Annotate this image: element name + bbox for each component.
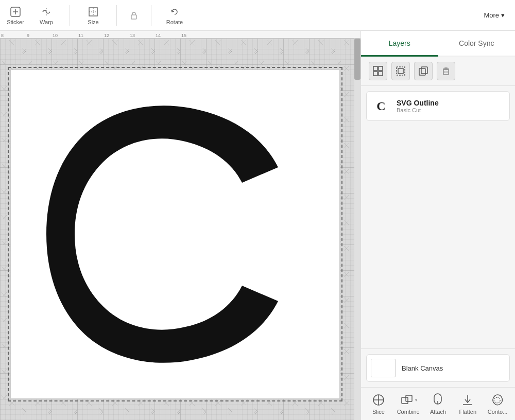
ruler-top: 8 9 10 11 12 13 14 15 bbox=[0, 31, 360, 39]
tab-color-sync[interactable]: Color Sync bbox=[438, 31, 516, 57]
rotate-icon bbox=[168, 6, 181, 18]
duplicate-button[interactable] bbox=[414, 62, 433, 80]
scrollbar-thumb[interactable] bbox=[354, 39, 360, 80]
flatten-icon bbox=[460, 393, 475, 407]
canvas-background bbox=[0, 39, 360, 420]
size-button[interactable]: Size bbox=[83, 6, 104, 25]
sticker-button[interactable]: Sticker bbox=[5, 6, 26, 25]
letter-c-shape bbox=[31, 90, 309, 378]
canvas-scrollbar[interactable] bbox=[354, 39, 360, 420]
panel-tabs: Layers Color Sync bbox=[361, 31, 515, 57]
blank-canvas-thumbnail bbox=[371, 359, 396, 377]
flatten-button[interactable]: Flatten bbox=[455, 393, 480, 415]
top-toolbar: Sticker Warp Size bbox=[0, 0, 515, 31]
attach-icon bbox=[431, 393, 445, 407]
canvas-area[interactable]: 8 9 10 11 12 13 14 15 bbox=[0, 31, 360, 420]
svg-rect-17 bbox=[373, 72, 377, 76]
slice-icon bbox=[371, 393, 386, 407]
combine-button[interactable]: ▾ Combine bbox=[396, 393, 421, 415]
warp-icon bbox=[40, 6, 53, 18]
svg-rect-29 bbox=[402, 397, 408, 404]
svg-rect-21 bbox=[419, 68, 425, 75]
main-area: 8 9 10 11 12 13 14 15 bbox=[0, 31, 515, 420]
panel-bottom-buttons: Slice ▾ Combine bbox=[361, 387, 515, 420]
toolbar-divider-2 bbox=[116, 5, 117, 26]
toolbar-divider-3 bbox=[151, 5, 151, 26]
blank-canvas-item[interactable]: Blank Canvas bbox=[366, 354, 510, 382]
svg-rect-15 bbox=[373, 66, 377, 71]
more-button[interactable]: More ▾ bbox=[484, 11, 505, 19]
panel-actions bbox=[361, 57, 515, 86]
svg-rect-20 bbox=[398, 68, 403, 74]
sticker-icon bbox=[9, 6, 22, 18]
size-icon bbox=[87, 6, 99, 18]
svg-rect-23 bbox=[443, 69, 449, 75]
right-panel: Layers Color Sync bbox=[360, 31, 515, 420]
blank-canvas-section: Blank Canvas bbox=[361, 348, 515, 387]
toolbar-divider-1 bbox=[70, 5, 70, 26]
contour-icon bbox=[490, 393, 505, 407]
contour-button[interactable]: Conto... bbox=[485, 393, 510, 415]
rotate-button[interactable]: Rotate bbox=[164, 6, 185, 25]
slice-button[interactable]: Slice bbox=[366, 393, 391, 415]
warp-button[interactable]: Warp bbox=[36, 6, 57, 25]
layer-thumbnail: C bbox=[372, 97, 390, 115]
attach-button[interactable]: Attach bbox=[425, 393, 451, 415]
ungroup-button[interactable] bbox=[391, 62, 410, 80]
layer-item[interactable]: C SVG Outline Basic Cut bbox=[366, 91, 510, 121]
svg-rect-16 bbox=[379, 66, 383, 71]
tab-layers[interactable]: Layers bbox=[361, 31, 438, 57]
svg-rect-30 bbox=[406, 395, 412, 401]
lock-icon-area bbox=[130, 11, 138, 20]
layer-list: C SVG Outline Basic Cut bbox=[361, 86, 515, 348]
group-button[interactable] bbox=[369, 62, 387, 80]
delete-button[interactable] bbox=[437, 62, 455, 80]
svg-rect-7 bbox=[131, 15, 136, 19]
svg-rect-18 bbox=[379, 72, 383, 76]
combine-icon bbox=[400, 393, 414, 407]
svg-rect-22 bbox=[421, 67, 427, 74]
layer-info: SVG Outline Basic Cut bbox=[397, 99, 504, 113]
